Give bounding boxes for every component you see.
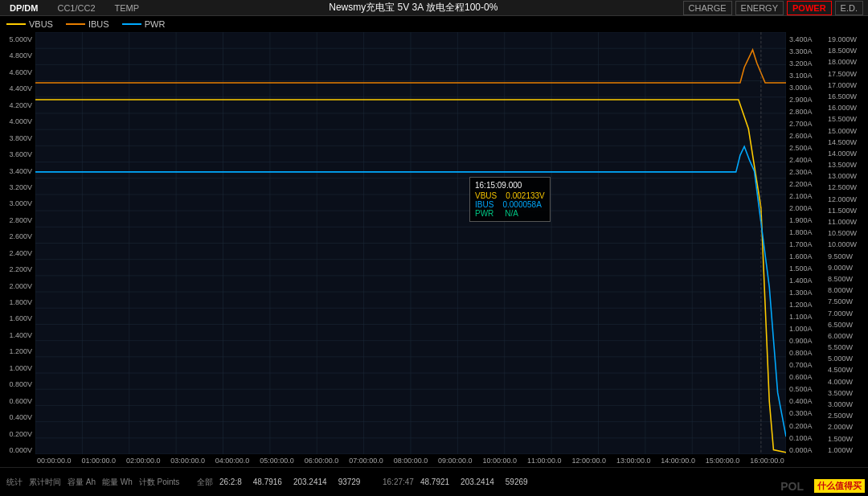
y-right-label: 3.300A [789, 47, 813, 55]
y-right-label: 1.900A [789, 216, 813, 224]
y-right-label: 0.400A [789, 397, 813, 405]
y-right-label: 0.600A [789, 373, 813, 381]
tab-ed[interactable]: E.D. [835, 1, 863, 15]
chart-area[interactable]: 16:15:09.000 VBUS 0.002133V IBUS 0.00005… [35, 32, 786, 454]
legend-vbus-label: VBUS [29, 19, 53, 29]
y-right-label: 1.000A [789, 325, 813, 333]
stats-row0-v0: 26:2:8 [219, 478, 242, 486]
y-far-right-label: 4.000W [828, 378, 853, 386]
y-right-label: 2.200A [789, 180, 813, 188]
main-chart-container: 5.000V4.800V4.600V4.400V4.200V4.000V3.80… [0, 32, 868, 454]
y-far-right-label: 4.500W [828, 366, 853, 374]
x-axis-label: 06:00:00.0 [305, 457, 339, 465]
y-right-label: 0.500A [789, 385, 813, 393]
x-axis-label: 01:00:00.0 [81, 457, 116, 465]
y-right-label: 3.000A [789, 84, 813, 92]
x-axis-label: 08:00:00.0 [394, 457, 428, 465]
legend-pwr-color [122, 23, 141, 25]
stats-row0-v2: 203.2414 [293, 478, 327, 486]
top-bar: DP/DM CC1/CC2 TEMP Newsmy充电宝 5V 3A 放电全程1… [0, 0, 868, 16]
y-right-label: 2.700A [789, 120, 813, 128]
stats-row1-v0: 48.7921 [420, 478, 449, 486]
y-right-label: 1.700A [789, 240, 813, 248]
site-watermark: 什么值得买 [814, 479, 865, 493]
y-left-label: 0.800V [9, 380, 32, 388]
x-axis-label: 04:00:00.0 [215, 457, 250, 465]
tab-temp[interactable]: TEMP [110, 2, 145, 14]
y-right-label: 2.900A [789, 96, 813, 104]
y-far-right-label: 7.500W [828, 297, 853, 305]
legend-bar: VBUS IBUS PWR [0, 16, 868, 32]
y-left-label: 2.400V [9, 249, 32, 257]
y-left-label: 4.000V [9, 117, 32, 125]
y-far-right-label: 11.500W [828, 207, 857, 215]
x-axis-label: 11:00:00.0 [527, 457, 562, 465]
tab-energy[interactable]: ENERGY [735, 1, 784, 15]
y-left-label: 1.000V [9, 364, 32, 372]
y-far-right-label: 15.000W [828, 127, 857, 135]
y-far-right-label: 17.000W [828, 81, 857, 89]
y-far-right-label: 3.000W [828, 400, 853, 408]
watermark-text: POL [780, 480, 804, 493]
stats-col-capacity: 容量 Ah [68, 477, 96, 488]
y-left-label: 0.200V [9, 430, 32, 438]
y-right-label: 0.700A [789, 361, 813, 369]
y-left-label: 1.200V [9, 347, 32, 355]
y-far-right-label: 8.500W [828, 275, 853, 283]
legend-ibus-label: IBUS [88, 19, 109, 29]
x-axis-label: 10:00:00.0 [483, 457, 518, 465]
y-left-label: 3.600V [9, 150, 32, 158]
y-axis-right: 3.400A3.300A3.200A3.100A3.000A2.900A2.80… [786, 32, 826, 454]
y-far-right-label: 9.000W [828, 264, 853, 272]
y-right-label: 0.800A [789, 349, 813, 357]
y-left-label: 4.400V [9, 84, 32, 92]
y-far-right-label: 6.500W [828, 321, 853, 329]
y-left-label: 3.400V [9, 167, 32, 175]
y-left-label: 1.800V [9, 298, 32, 306]
y-right-label: 3.100A [789, 72, 813, 80]
y-right-label: 1.200A [789, 301, 813, 309]
stats-row1-label: 16:27:47 [383, 478, 414, 486]
tab-dp-dm[interactable]: DP/DM [5, 2, 43, 14]
y-right-label: 2.400A [789, 156, 813, 164]
y-left-label: 2.600V [9, 232, 32, 240]
tab-charge[interactable]: CHARGE [683, 1, 732, 15]
y-right-label: 3.400A [789, 35, 813, 43]
y-far-right-label: 12.500W [828, 183, 857, 191]
y-right-label: 0.000A [789, 446, 813, 454]
y-left-label: 3.800V [9, 134, 32, 142]
y-far-right-label: 2.000W [828, 423, 853, 431]
stats-row0-v1: 48.7916 [253, 478, 282, 486]
y-left-label: 4.800V [9, 51, 32, 59]
tab-power[interactable]: POWER [787, 1, 832, 15]
legend-ibus: IBUS [66, 19, 109, 29]
stats-col-points: 计数 Points [139, 477, 180, 488]
legend-vbus: VBUS [6, 19, 53, 29]
tab-cc[interactable]: CC1/CC2 [52, 2, 100, 14]
y-right-label: 2.500A [789, 144, 813, 152]
y-far-right-label: 10.500W [828, 229, 857, 237]
chart-title: Newsmy充电宝 5V 3A 放电全程100-0% [154, 1, 673, 14]
y-axis-left: 5.000V4.800V4.600V4.400V4.200V4.000V3.80… [0, 32, 35, 454]
x-axis-label: 03:00:00.0 [170, 457, 205, 465]
stats-col-time: 累计时间 [29, 477, 61, 488]
y-right-label: 2.100A [789, 192, 813, 200]
y-left-label: 5.000V [9, 35, 32, 43]
stats-bar: 统计 累计时间 容量 Ah 能量 Wh 计数 Points 全部 26:2:8 … [0, 467, 868, 496]
stats-col-energy: 能量 Wh [102, 477, 133, 488]
x-axis-label: 15:00:00.0 [706, 457, 740, 465]
y-far-right-label: 14.000W [828, 150, 857, 158]
y-left-label: 2.200V [9, 265, 32, 273]
y-right-label: 1.300A [789, 289, 813, 297]
x-axis-label: 14:00:00.0 [661, 457, 695, 465]
stats-header: 统计 [6, 477, 23, 488]
y-left-label: 4.200V [9, 101, 32, 109]
x-axis-label: 13:00:00.0 [616, 457, 651, 465]
y-far-right-label: 6.000W [828, 332, 853, 340]
y-left-label: 1.600V [9, 314, 32, 322]
y-far-right-label: 12.000W [828, 195, 857, 203]
stats-row0-label: 全部 [197, 477, 213, 488]
x-axis-label: 12:00:00.0 [571, 457, 606, 465]
x-axis: 00:00:00.001:00:00.002:00:00.003:00:00.0… [35, 454, 786, 467]
y-far-right-label: 18.000W [828, 58, 857, 66]
